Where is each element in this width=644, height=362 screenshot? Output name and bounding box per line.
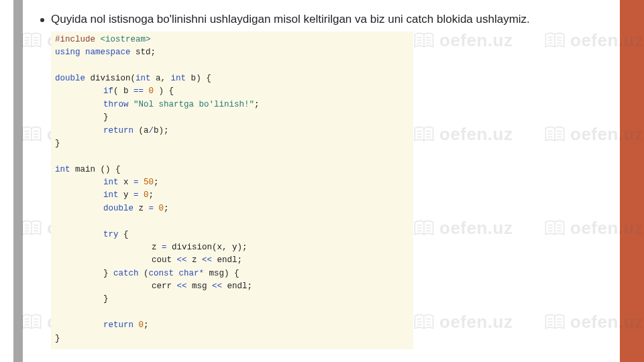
tok-id: z	[187, 255, 203, 265]
tok-pun: );	[237, 243, 248, 252]
code-block: #include <iostream> using namespace std;…	[51, 32, 413, 349]
tok-kw: double	[55, 74, 85, 83]
code-line: double division(int a, int b) {	[55, 72, 409, 85]
code-line: int y = 0;	[55, 189, 409, 202]
code-line: }	[55, 111, 409, 124]
svg-line-36	[25, 131, 30, 131]
code-line: }	[55, 293, 409, 306]
code-blank	[55, 215, 409, 228]
tok-id: division	[167, 243, 213, 252]
tok-kw: throw	[103, 100, 129, 109]
svg-line-73	[25, 230, 30, 231]
svg-line-1	[25, 37, 30, 38]
tok-kw: int	[55, 165, 70, 174]
tok-pun: }	[103, 113, 109, 122]
tok-kw: namespace	[80, 48, 131, 57]
tok-op: <<	[202, 255, 212, 265]
tok-pun: (	[139, 269, 149, 278]
svg-line-74	[34, 225, 38, 225]
tok-id: x	[217, 243, 223, 252]
tok-pun: ;	[248, 282, 253, 291]
code-line: cerr << msg << endl;	[55, 280, 409, 293]
tok-pun: {	[119, 230, 129, 239]
tok-pun: ;	[144, 320, 149, 330]
code-blank	[55, 306, 409, 319]
code-line: return (a/b);	[55, 125, 409, 137]
tok-id: msg	[204, 269, 224, 278]
tok-id: b	[186, 74, 196, 83]
tok-id: cerr	[152, 282, 177, 291]
tok-op: ==	[133, 86, 144, 96]
tok-id: a	[151, 74, 161, 83]
tok-kw: catch	[113, 269, 139, 278]
tok-kw: int	[136, 74, 151, 83]
svg-line-4	[34, 37, 38, 38]
tok-kw: try	[103, 230, 119, 239]
svg-line-5	[34, 40, 38, 40]
tok-pun: }	[55, 139, 60, 148]
svg-line-109	[34, 318, 38, 319]
code-line: }	[55, 333, 409, 345]
tok-num: 0	[139, 190, 149, 200]
svg-line-41	[34, 136, 38, 137]
tok-id: division	[85, 74, 131, 83]
tok-pun: ) {	[224, 269, 239, 278]
svg-line-37	[25, 133, 30, 134]
tok-id: a	[144, 126, 149, 135]
tok-kw: return	[103, 320, 133, 330]
tok-id: y	[232, 243, 237, 252]
svg-line-2	[25, 40, 30, 40]
code-line: z = division(x, y);	[55, 241, 409, 254]
tok-id: cout	[152, 255, 177, 265]
tok-id: endl	[212, 255, 237, 265]
tok-op: =	[133, 178, 139, 187]
tok-id: std	[131, 48, 151, 57]
tok-pun: ( b	[113, 86, 133, 96]
tok-str: "Nol shartga bo'linish!"	[129, 100, 255, 109]
tok-pun: ,	[222, 243, 232, 252]
code-line: return 0;	[55, 319, 409, 332]
tok-pun: (	[212, 243, 217, 252]
tok-id: x	[119, 178, 134, 187]
tok-kw: char	[174, 269, 199, 278]
tok-pun: }	[103, 269, 113, 278]
tok-op: *	[199, 269, 205, 278]
tok-kw: using	[55, 48, 80, 57]
tok-op: =	[149, 204, 154, 213]
tok-kw: double	[103, 204, 133, 213]
code-line: #include <iostream>	[55, 34, 409, 46]
book-icon	[20, 30, 43, 50]
left-accent-bar	[13, 0, 23, 362]
tok-pun: ;	[154, 178, 159, 187]
svg-line-111	[34, 324, 38, 324]
tok-id: z	[133, 204, 149, 213]
code-line: try {	[55, 229, 409, 241]
tok-kw: if	[103, 86, 113, 96]
heading-row: Quyida nol istisnoga bo'linishni ushlayd…	[40, 12, 610, 27]
tok-op: <<	[177, 255, 187, 265]
book-icon	[20, 124, 43, 144]
bullet-icon	[40, 18, 44, 22]
code-line: using namespace std;	[55, 46, 409, 59]
code-blank	[55, 60, 409, 72]
tok-pun: }	[55, 334, 60, 343]
svg-line-71	[25, 225, 30, 225]
tok-kw: const	[149, 269, 174, 278]
tok-pun: (	[131, 74, 136, 83]
tok-id: endl	[222, 282, 248, 291]
code-blank	[55, 150, 409, 163]
svg-line-107	[25, 321, 30, 322]
code-line: int x = 50;	[55, 176, 409, 189]
tok-kw: int	[103, 190, 119, 200]
code-line: cout << z << endl;	[55, 254, 409, 267]
tok-pun: ;	[237, 255, 243, 265]
tok-pun: ;	[254, 100, 260, 109]
tok-num: 0	[144, 86, 154, 96]
code-line: double z = 0;	[55, 202, 409, 215]
tok-preproc: #include	[55, 35, 101, 44]
tok-op: <<	[212, 282, 222, 291]
tok-pun: ;	[149, 190, 154, 200]
tok-id: y	[119, 190, 134, 200]
tok-op: <<	[177, 282, 187, 291]
tok-id: msg	[187, 282, 213, 291]
